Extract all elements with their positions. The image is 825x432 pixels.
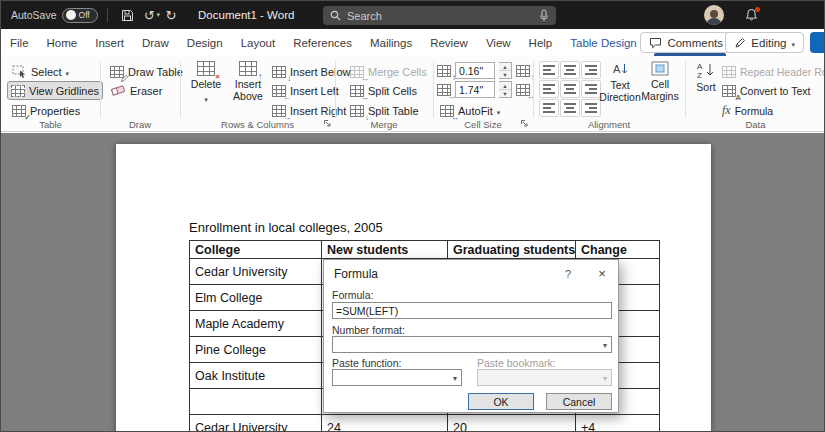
formula-input[interactable] [332, 302, 612, 319]
paste-function-label: Paste function: [332, 357, 401, 369]
tab-table-design[interactable]: Table Design [561, 29, 645, 56]
split-cells-button[interactable]: ↔ Split Cells [347, 81, 420, 100]
person-icon [704, 9, 724, 25]
row-height-stepper[interactable] [499, 62, 512, 79]
cell[interactable] [190, 389, 322, 415]
draw-table-button[interactable]: Draw Table [107, 62, 186, 81]
delete-button[interactable]: × Delete [187, 61, 225, 104]
align-center-right-button[interactable] [581, 80, 601, 98]
autofit-button[interactable]: ↔ AutoFit [437, 101, 503, 120]
insert-right-button[interactable]: → Insert Right [269, 101, 349, 120]
cell[interactable]: Cedar University [190, 259, 322, 285]
align-bottom-right-button[interactable] [581, 99, 601, 117]
column-width-control[interactable]: ↔ 1.74" [437, 80, 512, 99]
cell-margins-button[interactable]: Cell Margins [641, 61, 679, 102]
paste-function-combobox[interactable] [332, 369, 462, 386]
split-table-label: Split Table [368, 105, 419, 117]
align-top-center-button[interactable] [560, 61, 580, 79]
gridlines-icon [11, 85, 25, 97]
search-icon [330, 10, 341, 21]
align-top-right-button[interactable] [581, 61, 601, 79]
step-up-icon[interactable] [499, 82, 511, 89]
align-top-left-button[interactable] [539, 61, 559, 79]
number-format-combobox[interactable] [332, 336, 612, 353]
align-center-button[interactable] [560, 80, 580, 98]
search-box[interactable]: Search [323, 6, 556, 25]
tab-insert[interactable]: Insert [86, 29, 133, 56]
group-label-cell-size: Cell Size [433, 119, 533, 130]
insert-left-button[interactable]: ← Insert Left [269, 81, 342, 100]
document-heading-text[interactable]: Enrollment in local colleges, 2005 [189, 220, 383, 235]
row-height-input[interactable]: 0.16" [455, 62, 495, 79]
column-width-stepper[interactable] [499, 81, 512, 98]
align-bottom-left-button[interactable] [539, 99, 559, 117]
column-width-input[interactable]: 1.74" [455, 81, 495, 98]
ribbon-tab-row: File Home Insert Draw Design Layout Refe… [1, 29, 824, 56]
table-properties-icon: ✓ [12, 105, 26, 117]
comments-button[interactable]: Comments [640, 32, 732, 53]
tab-layout[interactable]: Layout [232, 29, 285, 56]
cancel-button[interactable]: Cancel [546, 393, 612, 410]
autosave-toggle[interactable]: Off [62, 8, 98, 23]
dialog-help-button[interactable]: ? [560, 266, 576, 282]
select-button[interactable]: Select [9, 62, 72, 81]
tab-file[interactable]: File [1, 29, 38, 56]
step-down-icon[interactable] [499, 89, 511, 97]
dialog-close-button[interactable]: × [592, 264, 612, 282]
merge-cells-icon: ↔ [350, 66, 364, 78]
tab-home[interactable]: Home [38, 29, 87, 56]
tab-design[interactable]: Design [178, 29, 232, 56]
tab-help[interactable]: Help [520, 29, 562, 56]
cell[interactable]: Pine College [190, 337, 322, 363]
cell[interactable]: Oak Institute [190, 363, 322, 389]
header-cell-college[interactable]: College [190, 241, 322, 259]
tab-draw[interactable]: Draw [133, 29, 178, 56]
group-separator [533, 61, 534, 118]
account-avatar[interactable] [704, 5, 724, 25]
insert-below-label: Insert Below [290, 66, 351, 78]
cell[interactable]: Elm College [190, 285, 322, 311]
tab-mailings[interactable]: Mailings [361, 29, 421, 56]
autosave-control[interactable]: AutoSave Off [11, 8, 98, 23]
cell[interactable]: 24 [322, 415, 448, 432]
header-cell-new-students[interactable]: New students [322, 241, 448, 259]
tab-review[interactable]: Review [421, 29, 477, 56]
split-table-button[interactable]: ↓ Split Table [347, 101, 422, 120]
repeat-header-rows-icon [722, 66, 736, 78]
step-down-icon[interactable] [499, 70, 511, 78]
formula-button[interactable]: Formula [719, 101, 776, 120]
distribute-rows-icon: ↕ [516, 65, 530, 77]
cell[interactable]: +4 [576, 415, 660, 432]
properties-button[interactable]: ✓ Properties [9, 101, 83, 120]
header-cell-graduating-students[interactable]: Graduating students [448, 241, 576, 259]
cell[interactable]: Cedar University [190, 415, 322, 432]
convert-to-text-button[interactable]: A Convert to Text [719, 81, 813, 100]
text-direction-button[interactable]: A Text Direction [601, 61, 639, 103]
step-up-icon[interactable] [499, 63, 511, 70]
split-cells-icon: ↔ [350, 85, 364, 97]
eraser-button[interactable]: Eraser [107, 81, 165, 100]
row-height-control[interactable]: ↕ 0.16" [437, 61, 512, 80]
align-bottom-center-button[interactable] [560, 99, 580, 117]
header-cell-change[interactable]: Change [576, 241, 660, 259]
distribute-rows-button[interactable]: ↕ [513, 61, 533, 80]
align-center-left-button[interactable] [539, 80, 559, 98]
insert-above-button[interactable]: ↑ Insert Above [229, 61, 267, 102]
tab-references[interactable]: References [284, 29, 361, 56]
align-center-right-icon [585, 84, 597, 94]
svg-text:Z: Z [697, 71, 702, 79]
save-button[interactable] [117, 4, 139, 26]
cell[interactable]: Maple Academy [190, 311, 322, 337]
ok-button[interactable]: OK [468, 393, 534, 410]
cell[interactable]: 20 [448, 415, 576, 432]
tab-label: File [10, 37, 29, 49]
dictate-mic-icon[interactable] [539, 9, 549, 22]
share-button[interactable] [810, 32, 824, 53]
sort-button[interactable]: A Z Sort [691, 61, 721, 93]
view-gridlines-button[interactable]: View Gridlines [7, 81, 103, 100]
insert-below-button[interactable]: ↓ Insert Below [269, 62, 354, 81]
distribute-columns-button[interactable]: ↔ [513, 80, 533, 99]
redo-button[interactable]: ↻ [160, 4, 182, 26]
tab-view[interactable]: View [477, 29, 520, 56]
editing-button[interactable]: Editing [725, 32, 804, 53]
